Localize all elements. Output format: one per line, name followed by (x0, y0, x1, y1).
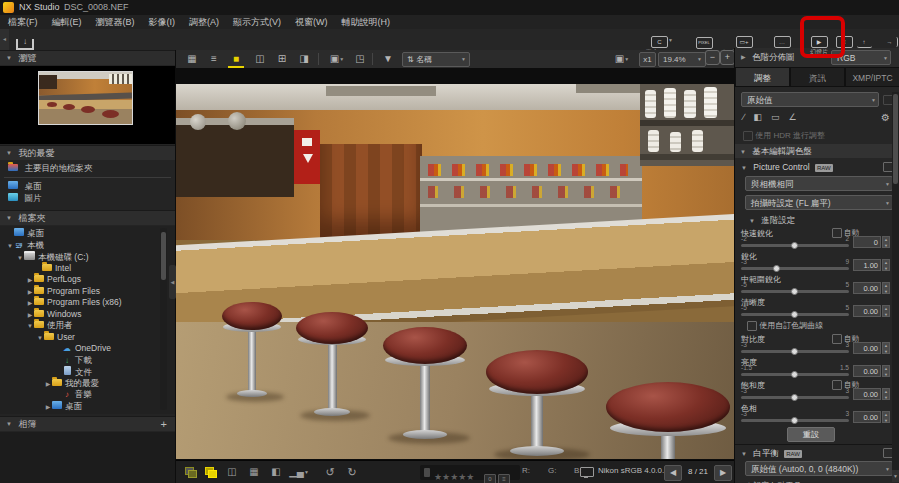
slider-value[interactable]: 0.00 (853, 305, 881, 317)
info-overlay-icon[interactable]: ◧ (268, 466, 284, 478)
scroll-down-arrow-icon[interactable]: ▼ (892, 470, 899, 482)
tab-info[interactable]: 資訊 (790, 67, 845, 87)
image-viewer[interactable] (176, 68, 734, 460)
slider-thumb[interactable] (773, 265, 780, 272)
rating-icon[interactable] (424, 468, 430, 477)
menu-view[interactable]: 顯示方式(V) (233, 16, 281, 29)
slider-track[interactable] (741, 244, 849, 247)
menu-adjust[interactable]: 調整(A) (189, 16, 219, 29)
thumbnail-grid-view-icon[interactable]: ▦ (184, 53, 200, 65)
tree-item-downloads[interactable]: ↓下載 (54, 355, 175, 367)
zoom-in-icon[interactable]: + (720, 50, 735, 65)
split-view-icon[interactable]: ◫ (252, 53, 268, 65)
zoom-level-dropdown[interactable]: 19.4% ▼ (658, 52, 706, 67)
tree-item-this-pc[interactable]: ▼🖳本機 (6, 240, 164, 252)
send-to-other-software-button[interactable]: PIXEL 傳送至其他軟體 (684, 30, 724, 50)
label-badge[interactable]: 0 (484, 467, 496, 483)
slider-thumb[interactable] (791, 311, 798, 318)
tree-item-onedrive[interactable]: ☁OneDrive (54, 343, 175, 355)
tree-item-favorites-folder[interactable]: ▶我的最愛 (44, 378, 175, 390)
star-rating[interactable]: ★★★★★ (434, 466, 474, 483)
undo-icon[interactable]: ↺ (322, 466, 338, 478)
export-button[interactable]: → 匯出 (876, 30, 899, 50)
slider-value[interactable]: 0.00 (853, 388, 881, 400)
slider-thumb[interactable] (791, 417, 798, 424)
picture-control-mode-dropdown[interactable]: 拍攝時設定 (FL 扁平)▼ (745, 195, 893, 210)
stepper[interactable]: ▲▼ (882, 388, 890, 400)
compare-view-icon[interactable]: ◨ (296, 53, 312, 65)
second-monitor-icon[interactable]: ▣▼ (326, 53, 348, 65)
add-album-button[interactable]: + (161, 417, 167, 432)
edit-video-button[interactable]: ▭+ 編輯影片 (724, 30, 764, 50)
before-after-icon[interactable]: ◫ (224, 466, 240, 478)
redo-icon[interactable]: ↻ (344, 466, 360, 478)
favorite-desktop[interactable]: 桌面 (0, 181, 175, 192)
sort-dropdown[interactable]: ⇅ 名稱 ▼ (402, 52, 470, 67)
tree-item-perflogs[interactable]: ▶PerfLogs (26, 274, 175, 286)
menu-help[interactable]: 輔助說明(H) (342, 16, 391, 29)
adjustments-preset-dropdown[interactable]: 原始值▼ (741, 92, 879, 107)
slider-value[interactable]: 0.00 (853, 365, 881, 377)
image-view-icon[interactable]: ■ (228, 53, 244, 65)
tree-item-program-files[interactable]: ▶Program Files (26, 286, 175, 298)
zoom-actual-button[interactable]: x1 (639, 52, 656, 67)
menu-edit[interactable]: 編輯(E) (52, 16, 82, 29)
previous-image-button[interactable]: ◀ (664, 465, 682, 481)
panel-scrollbar-thumb[interactable] (893, 94, 898, 184)
stepper[interactable]: ▲▼ (882, 282, 890, 294)
tree-item-windows[interactable]: ▶Windows (26, 309, 175, 321)
zoom-out-icon[interactable]: − (705, 50, 720, 65)
slider-track[interactable] (741, 313, 849, 316)
tree-item-program-files-x86[interactable]: ▶Program Files (x86) (26, 297, 175, 309)
tree-item-documents[interactable]: 文件 (54, 366, 175, 378)
slider-thumb[interactable] (791, 288, 798, 295)
filter-funnel-icon[interactable]: ▼ (380, 53, 396, 65)
tree-item-c-drive[interactable]: ▼本機磁碟 (C:) (16, 251, 174, 263)
menu-file[interactable]: 檔案(F) (8, 16, 38, 29)
fullscreen-icon[interactable]: ◳ (352, 53, 368, 65)
white-balance-dropdown[interactable]: 原始值 (Auto0, 0, 0 (4840K))▼ (745, 461, 893, 476)
slider-track[interactable] (741, 419, 849, 422)
tree-item-intel[interactable]: Intel (34, 263, 175, 275)
retouch-brush-icon[interactable]: ∕ (743, 112, 754, 122)
hdr-checkbox[interactable] (743, 131, 753, 141)
slider-track[interactable] (741, 396, 849, 399)
favorite-pictures[interactable]: 圖片 (0, 193, 175, 204)
menu-image[interactable]: 影像(I) (149, 16, 176, 29)
favorites-section-header[interactable]: ▼ 我的最愛 (0, 145, 175, 160)
straighten-icon[interactable]: ∠ (789, 112, 806, 122)
color-point-icon[interactable]: ◧ (754, 112, 772, 122)
list-view-icon[interactable]: ≡ (206, 53, 222, 65)
albums-section-header[interactable]: ▼ 相簿 + (0, 416, 175, 431)
picture-control-section[interactable]: ▼ Picture Control RAW (741, 162, 833, 172)
slider-value[interactable]: 0.00 (853, 282, 881, 294)
tree-item-desktop-folder[interactable]: ▶桌面 (44, 401, 175, 413)
stepper[interactable]: ▲▼ (882, 365, 890, 377)
menu-window[interactable]: 視窗(W) (295, 16, 328, 29)
folders-section-header[interactable]: ▼ 檔案夾 (0, 210, 175, 225)
stepper[interactable]: ▲▼ (882, 411, 890, 423)
next-image-button[interactable]: ▶ (714, 465, 732, 481)
show-palette-icon[interactable] (182, 466, 198, 478)
slider-value[interactable]: 0 (853, 236, 881, 248)
grid-overlay-icon[interactable]: ▦ (246, 466, 262, 478)
stepper[interactable]: ▲▼ (882, 342, 890, 354)
stepper[interactable]: ▲▼ (882, 259, 890, 271)
tree-item-desktop[interactable]: 桌面 (6, 228, 164, 240)
slider-track[interactable] (741, 373, 849, 376)
slider-thumb[interactable] (791, 394, 798, 401)
reset-button[interactable]: 重設 (787, 427, 835, 442)
xmp-badge[interactable]: ≡ (498, 467, 510, 483)
tree-item-user[interactable]: ▼User (36, 332, 175, 344)
slider-thumb[interactable] (791, 242, 798, 249)
tree-item-music[interactable]: ♪音樂 (54, 389, 175, 401)
tree-scrollbar-thumb[interactable] (161, 232, 166, 280)
show-filmstrip-icon[interactable] (202, 466, 218, 478)
browse-section-header[interactable]: ▼ 瀏覽 (0, 50, 175, 65)
custom-curve-checkbox[interactable] (747, 321, 757, 331)
basic-adjustments-section[interactable]: ▼ 基本編輯調色盤 (735, 144, 893, 158)
picture-control-dropdown[interactable]: 與相機相同▼ (745, 176, 893, 191)
browse-thumbnail[interactable] (38, 71, 133, 125)
slider-track[interactable] (741, 350, 849, 353)
white-balance-section[interactable]: ▼ 白平衡 RAW (741, 448, 802, 460)
